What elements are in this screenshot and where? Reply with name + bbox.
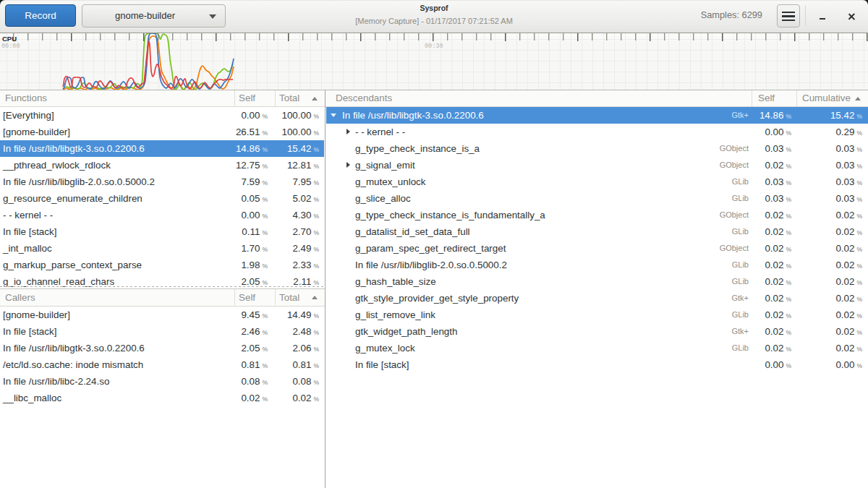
svg-text:00:30: 00:30: [425, 43, 443, 50]
svg-text:CPU: CPU: [2, 35, 17, 43]
svg-text:00:00: 00:00: [1, 43, 20, 50]
